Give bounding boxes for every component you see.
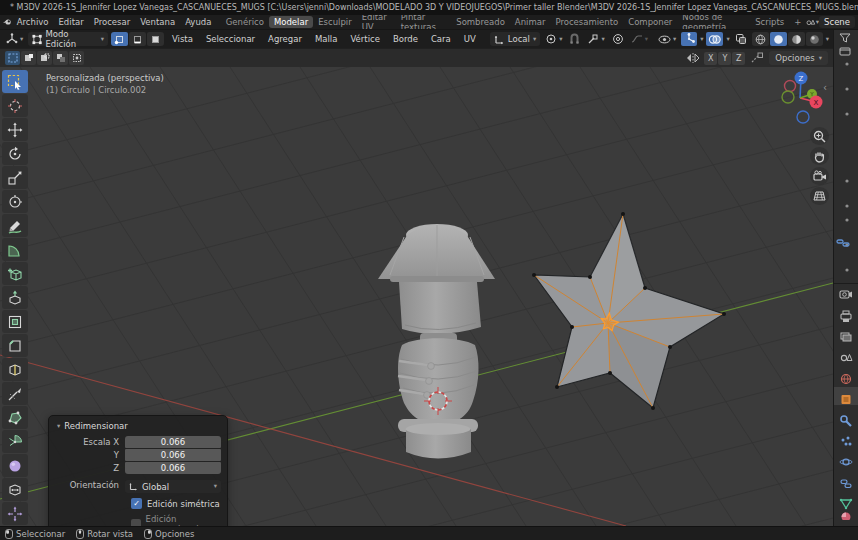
gizmo-neg-z-ball[interactable] xyxy=(797,111,809,123)
tool-options-dropdown[interactable]: Opciones ▾ xyxy=(769,51,828,65)
proportional-falloff-dropdown[interactable]: ▾ xyxy=(629,32,650,46)
workspace-tab-modelar[interactable]: Modelar xyxy=(269,16,313,28)
scale-y-field[interactable]: 0.066 xyxy=(125,449,221,461)
scene-name-field[interactable]: Scene xyxy=(819,16,855,28)
proportional-editing-toggle[interactable] xyxy=(610,32,626,46)
menu-procesar[interactable]: Procesar xyxy=(89,17,136,27)
edge-select-button[interactable] xyxy=(129,32,146,46)
tool-measure[interactable] xyxy=(2,238,28,261)
workspace-tab-procesamiento[interactable]: Procesamiento xyxy=(550,16,623,28)
pivot-point-dropdown[interactable]: ▾ xyxy=(543,32,564,46)
mirror-edit-checkbox[interactable]: ✓ xyxy=(131,498,142,509)
tool-smooth[interactable] xyxy=(2,454,28,477)
star-object[interactable] xyxy=(532,212,726,410)
3d-viewport[interactable]: Personalizada (perspectiva) (1) Circulo … xyxy=(0,67,833,526)
shading-wireframe-button[interactable] xyxy=(752,32,769,46)
select-mode-extend-button[interactable] xyxy=(21,51,36,65)
workspace-tab-editar-uv[interactable]: Editar UV xyxy=(357,15,396,30)
vertex-select-button[interactable] xyxy=(111,32,128,46)
orientation-dropdown[interactable]: Global ▾ xyxy=(125,480,221,493)
mirror-y-button[interactable]: Y xyxy=(718,52,731,65)
proportional-edit-checkbox[interactable] xyxy=(131,519,141,527)
zoom-button[interactable] xyxy=(810,127,829,145)
snap-toggle-button[interactable] xyxy=(567,32,582,46)
overlays-toggle-button[interactable] xyxy=(706,32,723,46)
shading-material-button[interactable] xyxy=(788,32,805,46)
gizmos-chevron-icon[interactable]: ▾ xyxy=(700,36,703,43)
workspace-tab-pintar-texturas[interactable]: Pintar texturas xyxy=(396,15,452,30)
menu-ventana[interactable]: Ventana xyxy=(135,17,180,27)
overlays-chevron-icon[interactable]: ▾ xyxy=(726,36,729,43)
tool-cursor[interactable] xyxy=(2,94,28,117)
tool-move[interactable] xyxy=(2,118,28,141)
navigation-gizmo[interactable]: Y Z X xyxy=(776,69,826,127)
shading-chevron-icon[interactable]: ▾ xyxy=(826,36,829,43)
scale-x-field[interactable]: 0.066 xyxy=(125,436,221,448)
shading-solid-button[interactable] xyxy=(770,32,787,46)
tool-inset-faces[interactable] xyxy=(2,310,28,333)
perspective-toggle-button[interactable] xyxy=(810,187,829,205)
face-select-button[interactable] xyxy=(147,32,164,46)
mirror-icon[interactable] xyxy=(686,52,700,64)
mode-selector[interactable]: Modo Edición ▾ xyxy=(28,32,108,46)
gizmo-neg-x-ball[interactable] xyxy=(785,81,796,92)
tool-add-cube[interactable] xyxy=(2,262,28,285)
snap-projection-icon[interactable] xyxy=(750,52,764,64)
workspace-tab-generico[interactable]: Genérico xyxy=(221,16,269,28)
mirror-x-button[interactable]: X xyxy=(704,52,717,65)
scale-z-field[interactable]: 0.066 xyxy=(125,462,221,474)
tool-spin[interactable] xyxy=(2,430,28,453)
workspace-tab-nodos-geometria[interactable]: Nodos de geometría xyxy=(677,15,750,30)
tool-poly-build[interactable] xyxy=(2,406,28,429)
tool-shrink-fatten[interactable] xyxy=(2,502,28,525)
shading-rendered-button[interactable] xyxy=(806,32,823,46)
menu-editar[interactable]: Editar xyxy=(54,17,89,27)
tool-rotate[interactable] xyxy=(2,142,28,165)
workspace-tab-scripts[interactable]: Scripts xyxy=(750,16,789,28)
menu-archivo[interactable]: Archivo xyxy=(12,17,54,27)
menu-cara[interactable]: Cara xyxy=(426,34,456,44)
blender-app-icon[interactable] xyxy=(3,17,12,27)
menu-ayuda[interactable]: Ayuda xyxy=(180,17,216,27)
snap-target-dropdown[interactable]: ▾ xyxy=(585,32,606,46)
object-types-visibility-dropdown[interactable]: ▾ xyxy=(656,32,678,46)
tool-scale[interactable] xyxy=(2,166,28,189)
menu-seleccionar[interactable]: Seleccionar xyxy=(201,34,260,44)
transform-orientation-dropdown[interactable]: Local ▾ xyxy=(490,32,540,46)
outliner-link-icon[interactable] xyxy=(836,237,850,249)
mirror-edit-checkbox-row[interactable]: ✓ Edición simétrica xyxy=(131,498,221,509)
workspace-tab-esculpir[interactable]: Esculpir xyxy=(313,16,356,28)
tool-transform[interactable] xyxy=(2,190,28,213)
sidebar-collapse-arrow[interactable]: ‹ xyxy=(823,82,827,93)
tool-bevel[interactable] xyxy=(2,334,28,357)
select-mode-invert-button[interactable] xyxy=(53,51,68,65)
outliner-filter-icon[interactable] xyxy=(839,33,851,43)
add-workspace-button[interactable]: + xyxy=(789,16,806,28)
menu-borde[interactable]: Borde xyxy=(388,34,423,44)
select-mode-subtract-button[interactable] xyxy=(37,51,52,65)
camera-view-button[interactable] xyxy=(810,167,829,185)
tool-edge-slide[interactable] xyxy=(2,478,28,501)
editor-type-button[interactable]: ▾ xyxy=(4,32,25,46)
gizmos-toggle-button[interactable] xyxy=(681,32,697,46)
menu-malla[interactable]: Malla xyxy=(310,34,342,44)
menu-vertice[interactable]: Vértice xyxy=(345,34,384,44)
proportional-edit-checkbox-row[interactable]: Edición proporcional xyxy=(131,514,221,526)
tool-extrude-region[interactable] xyxy=(2,286,28,309)
tool-loop-cut[interactable] xyxy=(2,358,28,381)
menu-agregar[interactable]: Agregar xyxy=(263,34,307,44)
select-mode-set-button[interactable] xyxy=(5,51,20,65)
select-mode-intersect-button[interactable] xyxy=(69,51,84,65)
xray-toggle-button[interactable] xyxy=(733,32,749,46)
gizmo-neg-y-ball[interactable] xyxy=(782,91,794,103)
workspace-tab-sombreado[interactable]: Sombreado xyxy=(451,16,510,28)
tool-annotate[interactable] xyxy=(2,214,28,237)
scene-icon[interactable] xyxy=(806,17,815,27)
outliner-collection-icon[interactable] xyxy=(839,46,851,56)
menu-uv[interactable]: UV xyxy=(459,34,481,44)
workspace-tab-animar[interactable]: Animar xyxy=(510,16,551,28)
mirror-z-button[interactable]: Z xyxy=(732,52,745,65)
tool-select-box[interactable] xyxy=(2,70,28,93)
pan-button[interactable] xyxy=(810,147,829,165)
operator-panel-header[interactable]: ▾ Redimensionar xyxy=(55,420,221,436)
